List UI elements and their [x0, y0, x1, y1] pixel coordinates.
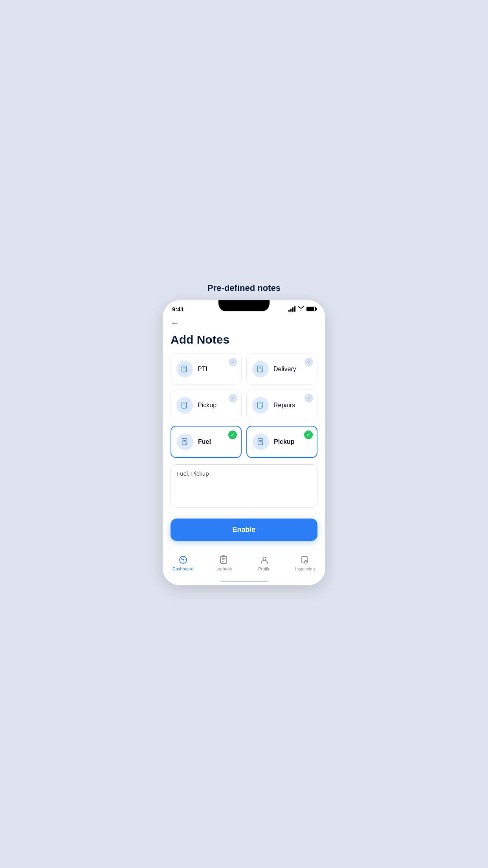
- battery-fill: [307, 307, 314, 311]
- profile-label: Profile: [258, 566, 270, 571]
- svg-point-10: [263, 557, 266, 560]
- bottom-nav: Dashboard Logbook: [163, 549, 325, 581]
- note-card-pti[interactable]: PTI ✓: [171, 353, 242, 385]
- phone-frame: 9:41: [163, 300, 325, 585]
- status-icons: [288, 306, 316, 312]
- outer-container: Pre-defined notes 9:41: [163, 283, 325, 585]
- inspection-label: Inspection: [295, 566, 315, 571]
- pti-icon-wrap: [176, 361, 193, 377]
- fuel-label: Fuel: [198, 438, 211, 445]
- add-notes-title: Add Notes: [171, 333, 317, 346]
- note-card-pickup[interactable]: Pickup ✓: [171, 390, 242, 421]
- delivery-label: Delivery: [273, 366, 296, 373]
- repairs-icon-wrap: [252, 397, 269, 414]
- pti-check: ✓: [229, 358, 237, 366]
- signal-bar-2: [290, 309, 292, 312]
- signal-bar-4: [294, 306, 295, 312]
- home-indicator: [220, 581, 268, 582]
- fuel-check: ✓: [228, 430, 237, 439]
- pickup-icon-wrap: [176, 397, 193, 414]
- dashboard-icon: [178, 555, 188, 565]
- delivery-check: ✓: [305, 358, 313, 366]
- note-card-pickup2[interactable]: Pickup ✓: [246, 426, 317, 458]
- signal-bar-1: [288, 310, 290, 312]
- nav-item-dashboard[interactable]: Dashboard: [171, 555, 195, 571]
- status-bar: 9:41: [163, 300, 325, 315]
- pickup2-icon-wrap: [253, 434, 269, 450]
- notes-textarea[interactable]: Fuel, Pickup: [171, 464, 317, 508]
- nav-item-inspection[interactable]: Inspection: [293, 555, 317, 571]
- note-icon: [180, 401, 189, 410]
- pickup2-check: ✓: [304, 430, 313, 439]
- back-button[interactable]: ←: [171, 315, 179, 330]
- content-area: ← Add Notes PTI ✓: [163, 315, 325, 549]
- wifi-icon: [298, 306, 304, 312]
- repairs-check: ✓: [305, 394, 313, 403]
- note-icon: [256, 401, 265, 410]
- signal-bars-icon: [288, 306, 295, 312]
- page-title: Pre-defined notes: [207, 283, 281, 293]
- notch: [218, 300, 270, 311]
- pickup2-label: Pickup: [274, 438, 294, 445]
- status-time: 9:41: [172, 306, 184, 313]
- delivery-icon-wrap: [252, 361, 269, 377]
- enable-button[interactable]: Enable: [171, 519, 317, 541]
- pickup-label: Pickup: [198, 402, 216, 409]
- logbook-icon: [218, 555, 229, 565]
- signal-bar-3: [292, 307, 294, 312]
- svg-point-7: [182, 559, 183, 560]
- inspection-icon: [300, 555, 310, 565]
- dashboard-label: Dashboard: [172, 566, 194, 571]
- note-icon: [181, 438, 189, 446]
- logbook-label: Logbook: [215, 566, 232, 571]
- note-card-fuel[interactable]: Fuel ✓: [171, 426, 242, 458]
- nav-item-profile[interactable]: Profile: [253, 555, 276, 571]
- battery-icon: [306, 307, 316, 311]
- cards-grid: PTI ✓ Delivery ✓: [171, 353, 317, 458]
- profile-icon: [259, 555, 270, 565]
- pti-label: PTI: [198, 366, 207, 373]
- note-card-repairs[interactable]: Repairs ✓: [246, 390, 317, 421]
- pickup-check: ✓: [229, 394, 237, 403]
- note-icon: [180, 365, 189, 373]
- note-icon: [257, 438, 265, 446]
- repairs-label: Repairs: [273, 402, 295, 409]
- note-icon: [256, 365, 265, 373]
- nav-item-logbook[interactable]: Logbook: [212, 555, 235, 571]
- fuel-icon-wrap: [177, 434, 193, 450]
- note-card-delivery[interactable]: Delivery ✓: [246, 353, 317, 385]
